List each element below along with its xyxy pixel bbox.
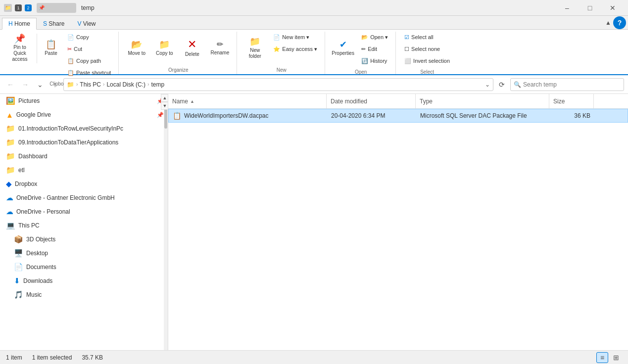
sidebar-item-google-drive[interactable]: ▲ Google Drive 📌 <box>0 108 168 122</box>
sidebar-item-desktop[interactable]: 🖥️ Desktop <box>0 246 168 260</box>
copy-icon: 📄 <box>67 34 74 41</box>
sidebar-item-folder01[interactable]: 📁 01.IntroductionToRowLevelSecurityInPc <box>0 122 168 136</box>
col-header-date[interactable]: Date modified <box>327 94 416 108</box>
badge2-icon: 2 <box>25 4 32 11</box>
organize-label: Organize <box>168 66 189 75</box>
tab-view[interactable]: V View <box>71 18 102 29</box>
sidebar-label-folder09: 09.IntroductionToDataTierApplications <box>18 139 118 146</box>
sidebar-item-music[interactable]: 🎵 Music <box>0 288 168 302</box>
dacpac-file-icon: 📋 <box>173 112 181 120</box>
sidebar-item-downloads[interactable]: ⬇ Downloads <box>0 274 168 288</box>
search-input[interactable] <box>523 81 621 88</box>
up-button[interactable]: ↑ <box>48 78 61 91</box>
select-col: ☑ Select all ☐ Select none ⬜ Invert sele… <box>401 32 453 66</box>
file-name-text: WideWorldImportersDW.dacpac <box>184 112 269 119</box>
sidebar-item-onedrive-gantner[interactable]: ☁ OneDrive - Gantner Electronic GmbH <box>0 191 168 205</box>
back-button[interactable]: ← <box>4 78 17 91</box>
select-none-icon: ☐ <box>404 46 409 52</box>
sidebar-item-documents[interactable]: 📄 Documents <box>0 260 168 274</box>
open-icon: 📂 <box>361 34 368 41</box>
sidebar: ▲ ▼ 🖼️ Pictures 📌 ▲ Google Drive 📌 📁 01.… <box>0 94 168 350</box>
address-temp: temp <box>151 81 164 88</box>
open-label: Open <box>355 68 367 77</box>
file-list-header: Name ▲ Date modified Type Size <box>168 94 628 109</box>
select-none-button[interactable]: ☐ Select none <box>401 44 453 54</box>
rename-button[interactable]: ✏ Rename <box>207 32 233 64</box>
select-content: ☑ Select all ☐ Select none ⬜ Invert sele… <box>401 32 453 68</box>
delete-button[interactable]: ✕ Delete <box>179 32 205 64</box>
new-item-button[interactable]: 📄 New item ▾ <box>270 32 321 43</box>
sidebar-item-3d-objects[interactable]: 📦 3D Objects <box>0 232 168 246</box>
address-dropdown-button[interactable]: ⌄ <box>485 81 490 88</box>
col-header-size[interactable]: Size <box>549 94 594 108</box>
col-header-type[interactable]: Type <box>416 94 549 108</box>
tab-home[interactable]: H Home <box>2 18 37 30</box>
sidebar-label-music: Music <box>26 291 42 298</box>
help-button[interactable]: ? <box>613 16 626 29</box>
onedrive-personal-icon: ☁ <box>6 207 13 216</box>
tab-share[interactable]: S Share <box>37 18 71 29</box>
history-button[interactable]: 🔃 History <box>358 55 391 66</box>
ribbon-tabs: H Home S Share V View ▲ ? <box>0 16 628 30</box>
tab-share-icon: S <box>43 20 48 27</box>
sidebar-item-folder09[interactable]: 📁 09.IntroductionToDataTierApplications <box>0 136 168 149</box>
clipboard-content: 📌 Pin to Quick access 📋 Paste 📄 Copy ✂ C… <box>6 32 114 80</box>
sidebar-item-etl[interactable]: 📁 etl <box>0 163 168 177</box>
sort-icon-name: ▲ <box>190 99 194 104</box>
pin-to-quick-access-button[interactable]: 📌 Pin to Quick access <box>6 32 34 64</box>
properties-button[interactable]: ✔ Properties <box>330 32 356 64</box>
sidebar-item-this-pc[interactable]: 💻 This PC <box>0 219 168 232</box>
refresh-button[interactable]: ⟳ <box>495 78 508 91</box>
copy-button[interactable]: 📄 Copy <box>64 32 114 43</box>
status-bar: 1 item 1 item selected 35.7 KB ≡ ⊞ <box>0 350 628 364</box>
sidebar-item-pictures[interactable]: 🖼️ Pictures 📌 <box>0 94 168 108</box>
file-date-cell: 20-04-2020 6:34 PM <box>327 112 416 119</box>
col-header-name[interactable]: Name ▲ <box>168 94 327 108</box>
easy-access-button[interactable]: ⭐ Easy access ▾ <box>270 44 321 54</box>
sidebar-item-onedrive-personal[interactable]: ☁ OneDrive - Personal <box>0 205 168 219</box>
recent-locations-button[interactable]: ⌄ <box>34 78 47 91</box>
navigation-bar: ← → ⌄ ↑ 📁 › This PC › Local Disk (C:) › … <box>0 75 628 94</box>
cut-button[interactable]: ✂ Cut <box>64 44 114 54</box>
scroll-down-button[interactable]: ▼ <box>161 102 168 110</box>
new-small-col: 📄 New item ▾ ⭐ Easy access ▾ <box>270 32 321 54</box>
close-button[interactable]: ✕ <box>601 0 624 16</box>
pin-icon: 📌 <box>14 34 25 43</box>
copy-to-button[interactable]: 📁 Copy to <box>151 32 177 64</box>
sidebar-item-dashboard[interactable]: 📁 Dashboard <box>0 149 168 163</box>
open-button[interactable]: 📂 Open ▾ <box>358 32 391 43</box>
search-bar[interactable]: 🔍 <box>510 78 624 91</box>
move-to-icon: 📂 <box>131 40 142 49</box>
ribbon-collapse-btn[interactable]: ▲ <box>605 19 611 26</box>
large-icons-view-button[interactable]: ⊞ <box>610 352 622 363</box>
maximize-button[interactable]: □ <box>579 0 601 16</box>
select-all-button[interactable]: ☑ Select all <box>401 32 453 43</box>
paste-button[interactable]: 📋 Paste <box>40 32 62 64</box>
ribbon-group-new: 📁 New folder 📄 New item ▾ ⭐ Easy access … <box>238 32 325 74</box>
scroll-up-button[interactable]: ▲ <box>161 94 168 102</box>
sidebar-scrollbar-track <box>164 94 168 350</box>
sidebar-item-dropbox[interactable]: ◆ Dropbox <box>0 177 168 191</box>
details-view-button[interactable]: ≡ <box>596 352 608 363</box>
paste-shortcut-button[interactable]: 📋 Paste shortcut <box>64 67 114 78</box>
edit-icon: ✏ <box>361 46 366 52</box>
file-row-dacpac[interactable]: 📋 WideWorldImportersDW.dacpac 20-04-2020… <box>168 109 628 123</box>
selected-count: 1 item selected <box>32 354 72 361</box>
sidebar-label-dashboard: Dashboard <box>18 153 48 160</box>
google-drive-icon: ▲ <box>6 111 13 119</box>
organize-content: 📂 Move to 📁 Copy to ✕ Delete ✏ Rename <box>124 32 233 66</box>
minimize-button[interactable]: – <box>556 0 579 16</box>
tab-home-icon: H <box>8 20 14 27</box>
forward-button[interactable]: → <box>19 78 32 91</box>
address-bar[interactable]: 📁 › This PC › Local Disk (C:) › temp ⌄ <box>63 78 493 91</box>
item-count: 1 item <box>6 354 22 361</box>
quick-access-bar: 📌 <box>37 3 76 13</box>
move-to-button[interactable]: 📂 Move to <box>124 32 149 64</box>
new-folder-button[interactable]: 📁 New folder <box>242 32 268 64</box>
copy-path-button[interactable]: 📋 Copy path <box>64 55 114 66</box>
separator1 <box>37 34 37 63</box>
copy-paste-col: 📋 Paste <box>40 32 62 64</box>
ribbon-group-select: ☑ Select all ☐ Select none ⬜ Invert sele… <box>397 32 457 74</box>
edit-button[interactable]: ✏ Edit <box>358 44 391 54</box>
invert-selection-button[interactable]: ⬜ Invert selection <box>401 55 453 66</box>
